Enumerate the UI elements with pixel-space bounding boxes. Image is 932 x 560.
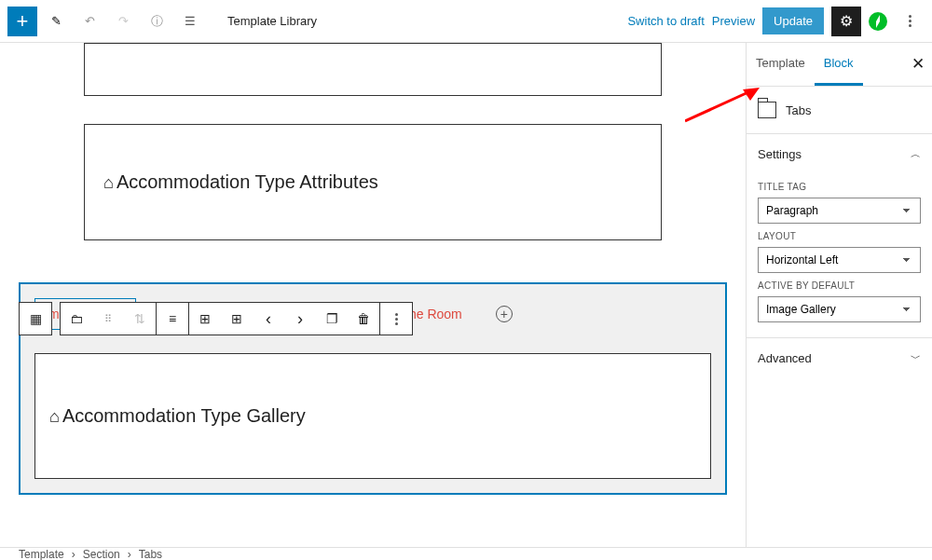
active-default-label: ACTIVE BY DEFAULT	[758, 280, 921, 291]
inspector-sidebar: Template Block ✕ Tabs Settings ︿ TITLE T…	[746, 43, 932, 547]
layout-b-icon[interactable]	[221, 303, 253, 335]
update-button[interactable]: Update	[762, 7, 824, 34]
attributes-title-text: Accommodation Type Attributes	[116, 171, 378, 193]
breadcrumb: Template Section Tabs	[0, 547, 932, 560]
active-default-select[interactable]: Image Gallery	[758, 296, 921, 322]
delete-icon[interactable]	[348, 303, 379, 335]
top-left-tools: + Template Library	[7, 7, 317, 36]
outline-icon[interactable]	[175, 7, 205, 36]
edit-icon[interactable]	[41, 7, 71, 36]
crumb-template[interactable]: Template	[19, 548, 64, 560]
gallery-block-title: Accommodation Type Gallery	[49, 405, 696, 427]
title-tag-label: TITLE TAG	[758, 182, 921, 192]
advanced-label: Advanced	[758, 351, 812, 365]
undo-icon[interactable]	[75, 7, 104, 36]
document-title: Template Library	[227, 14, 317, 28]
tab-block[interactable]: Block	[815, 43, 863, 86]
block-more-icon[interactable]	[380, 303, 412, 335]
settings-header[interactable]: Settings ︿	[747, 134, 932, 174]
tab-template[interactable]: Template	[747, 43, 815, 86]
settings-gear-icon[interactable]	[831, 7, 861, 36]
align-icon[interactable]	[157, 303, 188, 335]
add-tab-button[interactable]: +	[496, 306, 513, 322]
add-block-button[interactable]: +	[7, 7, 37, 36]
editor-canvas[interactable]: Accommodation Type Attributes	[0, 43, 746, 547]
tabs-content[interactable]: Accommodation Type Gallery	[34, 353, 711, 479]
layout-select[interactable]: Horizontal Left	[758, 247, 921, 273]
prev-icon[interactable]	[253, 303, 284, 335]
block-type-icon[interactable]	[61, 303, 92, 335]
home-icon	[49, 405, 60, 427]
content-block-placeholder[interactable]	[84, 43, 662, 96]
drag-handle-icon[interactable]	[92, 303, 124, 335]
tabs-block-icon	[758, 102, 776, 118]
attributes-block-title: Accommodation Type Attributes	[103, 171, 642, 193]
attributes-block[interactable]: Accommodation Type Attributes	[84, 124, 662, 240]
block-toolbar	[19, 302, 413, 335]
block-header: Tabs	[747, 87, 932, 133]
preview-link[interactable]: Preview	[712, 14, 755, 28]
layout-a-icon[interactable]	[189, 303, 221, 335]
settings-label: Settings	[758, 147, 802, 161]
crumb-separator	[128, 548, 131, 560]
block-name-label: Tabs	[786, 103, 811, 117]
redo-icon[interactable]	[108, 7, 138, 36]
more-menu-button[interactable]	[895, 7, 925, 36]
chevron-up-icon: ︿	[911, 147, 921, 161]
jetpack-icon[interactable]	[869, 12, 887, 31]
close-sidebar-icon[interactable]: ✕	[911, 54, 925, 74]
settings-section: Settings ︿ TITLE TAG Paragraph LAYOUT Ho…	[747, 133, 932, 337]
top-toolbar: + Template Library Switch to draft Previ…	[0, 0, 932, 43]
advanced-header[interactable]: Advanced ﹀	[747, 338, 932, 378]
crumb-separator	[72, 548, 75, 560]
crumb-tabs[interactable]: Tabs	[139, 548, 162, 560]
gallery-title-text: Accommodation Type Gallery	[62, 405, 306, 427]
top-right-tools: Switch to draft Preview Update	[627, 7, 925, 36]
next-icon[interactable]	[284, 303, 316, 335]
main-area: Accommodation Type Attributes	[0, 43, 932, 547]
switch-to-draft-link[interactable]: Switch to draft	[627, 14, 704, 28]
home-icon	[103, 171, 114, 193]
move-icon[interactable]	[124, 303, 156, 335]
sidebar-tabs: Template Block ✕	[747, 43, 932, 87]
advanced-section: Advanced ﹀	[747, 337, 932, 378]
title-tag-select[interactable]: Paragraph	[758, 198, 921, 224]
settings-body: TITLE TAG Paragraph LAYOUT Horizontal Le…	[747, 182, 932, 337]
parent-block-icon[interactable]	[20, 303, 51, 335]
chevron-down-icon: ﹀	[911, 351, 921, 365]
info-icon[interactable]	[142, 7, 171, 36]
layout-label: LAYOUT	[758, 231, 921, 241]
duplicate-icon[interactable]	[316, 303, 348, 335]
crumb-section[interactable]: Section	[83, 548, 120, 560]
